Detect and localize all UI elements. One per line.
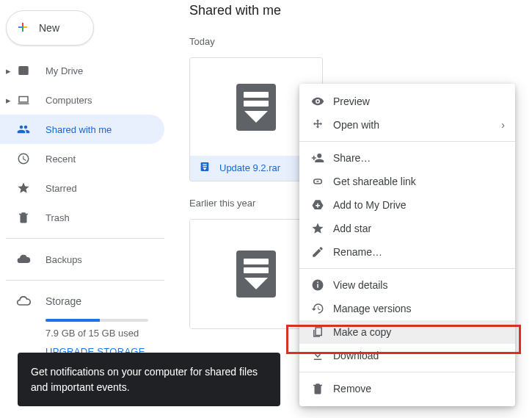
menu-item-label: View details (333, 279, 387, 291)
copy-icon (311, 325, 333, 339)
sidebar-item-recent[interactable]: Recent (0, 144, 164, 173)
chevron-right-icon: › (501, 119, 505, 131)
new-button[interactable]: New (6, 10, 94, 46)
notification-toast[interactable]: Get notifications on your computer for s… (18, 353, 280, 406)
sidebar-item-computers[interactable]: ▸ Computers (0, 85, 164, 115)
storage-section: Storage 7.9 GB of 15 GB used UPGRADE STO… (0, 287, 176, 357)
trash-icon (15, 211, 32, 224)
clock-icon (15, 152, 32, 165)
menu-item-label: Add to My Drive (333, 199, 407, 211)
menu-separator (299, 141, 515, 142)
computers-icon (15, 93, 32, 107)
move-arrows-icon (311, 118, 333, 131)
menu-item-preview[interactable]: Preview (299, 90, 515, 113)
section-label-today: Today (189, 36, 532, 47)
svg-rect-4 (317, 284, 318, 288)
star-icon (15, 181, 32, 195)
eye-icon (311, 95, 333, 108)
storage-usage-text: 7.9 GB of 15 GB used (45, 328, 164, 339)
history-icon (311, 302, 333, 315)
menu-separator (299, 268, 515, 269)
context-menu: Preview Open with › Share… Get shareable… (299, 84, 515, 406)
trash-icon (311, 382, 333, 395)
menu-item-label: Get shareable link (333, 176, 416, 187)
cloud-icon (15, 252, 32, 267)
svg-rect-5 (317, 282, 318, 284)
download-icon (311, 349, 333, 362)
menu-item-label: Make a copy (333, 326, 391, 338)
person-add-icon (311, 151, 333, 165)
svg-rect-1 (203, 164, 206, 165)
sidebar-item-my-drive[interactable]: ▸ My Drive (0, 56, 164, 85)
sidebar-item-trash[interactable]: Trash (0, 203, 164, 232)
sidebar-item-starred[interactable]: Starred (0, 173, 164, 203)
archive-icon (236, 251, 276, 298)
sidebar-item-label: Shared with me (45, 124, 112, 135)
menu-item-open-with[interactable]: Open with › (299, 113, 515, 137)
drive-add-icon (311, 198, 333, 212)
sidebar-item-label: Computers (45, 95, 92, 106)
menu-item-share[interactable]: Share… (299, 146, 515, 170)
chevron-right-icon: ▸ (1, 95, 15, 106)
divider (6, 238, 164, 239)
sidebar-item-backups[interactable]: Backups (0, 245, 164, 274)
menu-item-label: Preview (333, 96, 370, 107)
menu-item-remove[interactable]: Remove (299, 377, 515, 400)
storage-meter-fill (45, 319, 100, 322)
menu-item-label: Manage versions (333, 303, 412, 314)
menu-item-label: Remove (333, 383, 371, 394)
info-icon (311, 278, 333, 292)
menu-separator (299, 372, 515, 372)
sidebar-item-label: My Drive (45, 65, 83, 76)
toast-message: Get notifications on your computer for s… (31, 366, 258, 392)
archive-icon (236, 84, 276, 131)
menu-item-get-link[interactable]: Get shareable link (299, 170, 515, 193)
sidebar-item-label: Starred (45, 183, 77, 194)
sidebar-item-shared-with-me[interactable]: Shared with me (0, 115, 164, 144)
menu-item-manage-versions[interactable]: Manage versions (299, 297, 515, 320)
archive-small-icon (199, 161, 211, 175)
menu-item-label: Download (333, 350, 379, 361)
new-button-label: New (39, 22, 59, 34)
menu-item-label: Share… (333, 152, 371, 164)
file-name: Update 9.2.rar (219, 162, 280, 173)
storage-meter (45, 319, 148, 322)
people-icon (15, 123, 32, 136)
cloud-outline-icon (15, 294, 32, 309)
menu-item-label: Open with (333, 119, 379, 131)
divider (6, 280, 164, 281)
pencil-icon (311, 245, 333, 259)
menu-item-download[interactable]: Download (299, 344, 515, 367)
sidebar-item-label: Trash (45, 212, 70, 223)
sidebar-item-storage[interactable]: Storage (15, 287, 164, 316)
menu-item-label: Add star (333, 223, 371, 234)
star-icon (311, 222, 333, 235)
sidebar-item-label: Backups (45, 254, 82, 265)
page-title: Shared with me (189, 3, 532, 18)
link-icon (311, 175, 333, 188)
menu-item-add-star[interactable]: Add star (299, 217, 515, 240)
menu-item-view-details[interactable]: View details (299, 273, 515, 297)
chevron-right-icon: ▸ (1, 65, 15, 76)
sidebar-item-label: Recent (45, 154, 76, 165)
plus-icon (14, 18, 39, 38)
svg-rect-2 (203, 166, 206, 167)
menu-item-make-a-copy[interactable]: Make a copy (299, 320, 515, 344)
storage-label: Storage (45, 295, 81, 307)
menu-item-label: Rename… (333, 246, 382, 258)
menu-item-add-to-drive[interactable]: Add to My Drive (299, 193, 515, 217)
drive-icon (15, 64, 32, 77)
menu-item-rename[interactable]: Rename… (299, 240, 515, 264)
